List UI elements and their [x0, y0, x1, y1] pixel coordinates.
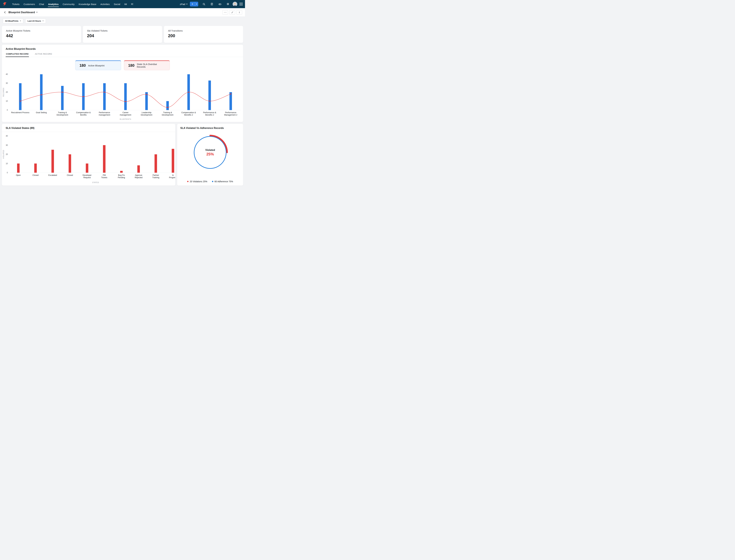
games-icon[interactable] — [217, 2, 222, 6]
kpi-card-sla-violated-tickets[interactable]: Sla Violated Tickets 204 — [83, 26, 162, 43]
nav-item-chat[interactable]: Chat — [37, 0, 46, 8]
x-category-label: Development — [57, 114, 68, 116]
donut-adherence-ring[interactable] — [194, 136, 226, 168]
nav-item-tickets[interactable]: Tickets — [10, 0, 22, 8]
records-chart-area: 010203040RECORDSRecruitment ProcessGoal … — [2, 72, 243, 121]
sla-donut-chart[interactable] — [191, 134, 229, 171]
donut-legend: 20 Violations 25% 60 Adherence 75% — [180, 180, 240, 183]
bar[interactable] — [61, 86, 64, 110]
kpi-value: 200 — [168, 33, 239, 38]
bar[interactable] — [17, 164, 20, 173]
line-point[interactable] — [146, 94, 147, 95]
kpi-row: Active Blueprint Tickets 442 Sla Violate… — [2, 26, 243, 43]
sla-overdue-count: 180 — [128, 63, 134, 68]
records-combo-chart[interactable]: 010203040RECORDSRecruitment ProcessGoal … — [2, 72, 243, 121]
x-category-label: Development — [162, 114, 173, 116]
donut-violated-arc[interactable] — [210, 135, 227, 152]
x-category-label: Tickets — [101, 176, 107, 179]
dashboard-main: Active Blueprint Tickets 442 Sla Violate… — [0, 25, 245, 187]
primary-nav: Tickets Customers Chat Analytics Communi… — [10, 0, 135, 8]
kpi-card-active-blueprint-tickets[interactable]: Active Blueprint Tickets 442 — [2, 26, 81, 43]
search-icon[interactable] — [201, 2, 206, 6]
x-category-label: Escalated — [48, 174, 57, 176]
line-point[interactable] — [83, 96, 84, 97]
nav-item-activities[interactable]: Activities — [98, 0, 112, 8]
bar[interactable] — [172, 149, 174, 173]
bottom-row: SLA Violated States (89) 010203040VIOLAT… — [2, 124, 243, 186]
nav-more-icon[interactable] — [130, 2, 135, 6]
legend-item-violations[interactable]: 20 Violations 25% — [187, 180, 207, 183]
bar[interactable] — [19, 83, 22, 110]
line-point[interactable] — [209, 101, 210, 102]
donut-card-title: SLA Violated Vs Adherence Records — [180, 127, 240, 130]
x-category-label: Developer — [83, 174, 92, 176]
more-options-button[interactable]: ⋯ — [222, 10, 228, 15]
x-category-label: Progress — [169, 176, 175, 179]
nav-item-knowledge-base[interactable]: Knowledge Base — [77, 0, 98, 8]
kpi-value: 442 — [6, 33, 77, 38]
line-point[interactable] — [104, 92, 105, 93]
tab-completed-record[interactable]: COMPLETED RECORD — [6, 53, 29, 57]
bar[interactable] — [166, 101, 169, 110]
settings-gear-icon[interactable]: ⚙ — [225, 2, 230, 6]
legend-dot-red — [187, 181, 188, 182]
bar[interactable] — [103, 145, 105, 173]
y-tick-label: 30 — [6, 82, 8, 84]
nav-item-im[interactable]: IM — [122, 0, 129, 8]
user-avatar[interactable] — [232, 2, 237, 6]
line-point[interactable] — [41, 94, 42, 95]
dashboard-title-dropdown[interactable]: Blueprint Dashboard — [8, 11, 38, 14]
x-category-label: Training — [152, 176, 159, 179]
ellipsis-icon: ⋯ — [224, 11, 227, 14]
add-dropdown-toggle[interactable] — [195, 4, 198, 5]
nav-item-community[interactable]: Community — [61, 0, 77, 8]
info-button[interactable]: i — [236, 10, 242, 15]
bar[interactable] — [137, 165, 140, 173]
apps-grid-icon[interactable] — [240, 3, 242, 5]
add-button[interactable]: + — [190, 2, 198, 6]
sla-chart-area: 010203040VIOLATEDOpenClosedEscalatedClos… — [2, 134, 175, 185]
bar[interactable] — [51, 150, 54, 173]
bar[interactable] — [86, 164, 88, 173]
line-point[interactable] — [125, 101, 126, 102]
app-root: Tickets Customers Chat Analytics Communi… — [0, 0, 245, 187]
bar[interactable] — [124, 83, 127, 110]
x-category-label: Benefits 2 — [184, 114, 193, 116]
bar[interactable] — [154, 154, 157, 173]
nav-item-customers[interactable]: Customers — [22, 0, 37, 8]
bar[interactable] — [40, 74, 43, 110]
x-category-label: Recruitment Process — [11, 111, 29, 114]
bar[interactable] — [120, 171, 123, 173]
legend-item-adherence[interactable]: 60 Adherence 75% — [212, 180, 233, 183]
time-range-filter-dropdown[interactable]: Last 24 Hours — [25, 19, 46, 23]
tab-active-record[interactable]: ACTIVE RECORD — [35, 53, 52, 57]
bar[interactable] — [69, 154, 71, 173]
page-title: Blueprint Dashboard — [8, 11, 35, 14]
bar[interactable] — [229, 92, 232, 110]
back-icon[interactable] — [3, 10, 7, 14]
reports-icon[interactable] — [209, 2, 214, 6]
nav-item-social[interactable]: Social — [112, 0, 122, 8]
blueprint-filter-dropdown[interactable]: All BluePrints — [3, 19, 23, 23]
y-tick-label: 20 — [6, 153, 8, 155]
line-point[interactable] — [62, 92, 63, 93]
records-stat-chips: 180 Active Blueprint 180 State SLA Overd… — [2, 60, 243, 70]
line-point[interactable] — [188, 92, 189, 93]
workspace-selector[interactable]: zPad — [180, 3, 187, 5]
bar[interactable] — [34, 164, 37, 173]
chevron-down-icon — [196, 4, 197, 5]
bar[interactable] — [208, 81, 211, 110]
kpi-card-all-transitions[interactable]: All Transitions 200 — [164, 26, 243, 43]
line-point[interactable] — [167, 107, 168, 108]
line-point[interactable] — [230, 93, 231, 95]
collapse-button[interactable] — [229, 10, 235, 15]
sla-states-chart[interactable]: 010203040VIOLATEDOpenClosedEscalatedClos… — [2, 134, 175, 184]
logo-glyph — [3, 2, 7, 6]
app-logo-icon[interactable] — [3, 2, 7, 6]
sla-card-title: SLA Violated States (89) — [6, 127, 34, 129]
bar[interactable] — [103, 83, 106, 110]
active-blueprint-count: 180 — [79, 63, 86, 68]
nav-item-analytics[interactable]: Analytics — [46, 0, 61, 8]
line-point[interactable] — [20, 101, 21, 102]
x-category-label: Compensation & — [76, 111, 91, 114]
